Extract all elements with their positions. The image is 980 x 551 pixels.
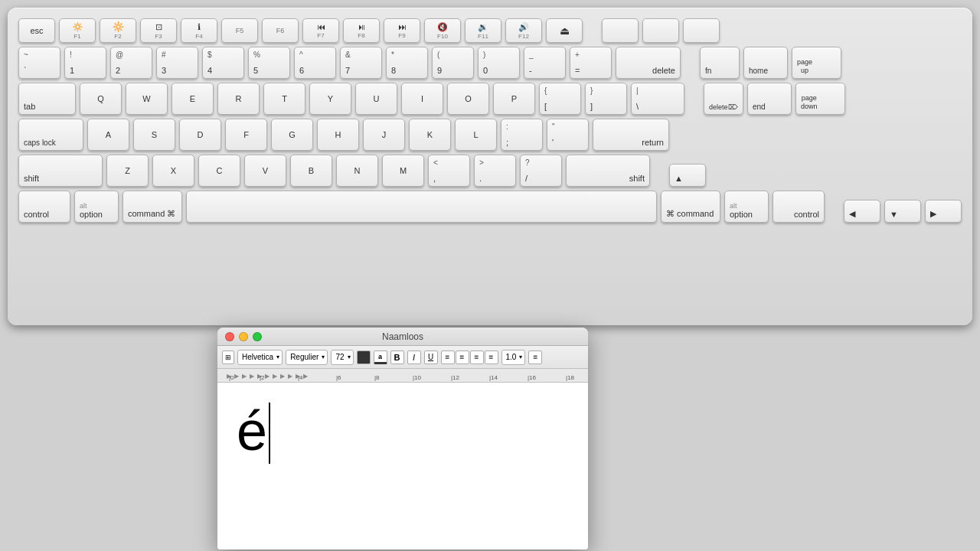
- key-control-right[interactable]: control: [773, 191, 825, 223]
- key-f2[interactable]: 🔆 F2: [100, 18, 136, 43]
- key-e[interactable]: E: [172, 83, 214, 115]
- key-option-right[interactable]: alt option: [724, 191, 769, 223]
- color-picker[interactable]: [357, 350, 371, 364]
- key-capslock[interactable]: caps lock: [18, 119, 83, 151]
- key-arrow-up[interactable]: ▲: [669, 164, 706, 187]
- underline-button[interactable]: U: [424, 350, 438, 364]
- key-7[interactable]: & 7: [340, 47, 382, 79]
- key-slash[interactable]: ? /: [520, 155, 562, 187]
- key-rbracket[interactable]: } ]: [585, 83, 627, 115]
- key-f1[interactable]: 🔅 F1: [59, 18, 96, 43]
- key-minus[interactable]: _ -: [524, 47, 566, 79]
- key-3[interactable]: # 3: [156, 47, 198, 79]
- key-w[interactable]: W: [126, 83, 168, 115]
- key-space[interactable]: [186, 191, 657, 223]
- key-eject[interactable]: ⏏: [546, 18, 583, 43]
- key-h[interactable]: H: [317, 119, 359, 151]
- key-f10[interactable]: 🔇 F10: [424, 18, 461, 43]
- align-left-button[interactable]: ≡: [441, 350, 455, 364]
- key-f13[interactable]: [602, 18, 639, 43]
- key-p[interactable]: P: [493, 83, 535, 115]
- key-f7[interactable]: ⏮ F7: [302, 18, 339, 43]
- key-command-left[interactable]: command ⌘: [122, 191, 182, 223]
- key-f[interactable]: F: [225, 119, 267, 151]
- key-tab[interactable]: tab: [18, 83, 76, 115]
- key-4[interactable]: $ 4: [202, 47, 244, 79]
- key-f3[interactable]: ⊡ F3: [140, 18, 177, 43]
- key-6[interactable]: ^ 6: [294, 47, 336, 79]
- key-b[interactable]: B: [290, 155, 332, 187]
- key-x[interactable]: X: [152, 155, 194, 187]
- style-selector-group[interactable]: Regulier ▾: [286, 350, 328, 365]
- key-period[interactable]: > .: [474, 155, 516, 187]
- key-q[interactable]: Q: [80, 83, 122, 115]
- key-quote[interactable]: " ': [547, 119, 589, 151]
- window-minimize-button[interactable]: [239, 332, 248, 341]
- key-control-left[interactable]: control: [18, 191, 70, 223]
- key-o[interactable]: O: [447, 83, 489, 115]
- key-8[interactable]: * 8: [386, 47, 428, 79]
- key-f4[interactable]: ℹ F4: [181, 18, 217, 43]
- key-s[interactable]: S: [133, 119, 175, 151]
- key-1[interactable]: ! 1: [64, 47, 106, 79]
- key-option-left[interactable]: alt option: [74, 191, 119, 223]
- key-fn[interactable]: fn: [700, 47, 740, 79]
- size-selector-group[interactable]: 72 ▾: [331, 350, 353, 365]
- key-arrow-down[interactable]: ▼: [884, 200, 921, 223]
- key-u[interactable]: U: [355, 83, 397, 115]
- key-comma[interactable]: < ,: [428, 155, 470, 187]
- key-t[interactable]: T: [263, 83, 305, 115]
- key-arrow-left[interactable]: ◀: [844, 200, 880, 223]
- key-f6[interactable]: F6: [262, 18, 299, 43]
- list-button[interactable]: ≡: [528, 350, 542, 364]
- key-f5[interactable]: F5: [221, 18, 258, 43]
- key-9[interactable]: ( 9: [432, 47, 474, 79]
- key-0[interactable]: ) 0: [478, 47, 520, 79]
- key-lbracket[interactable]: { [: [539, 83, 581, 115]
- key-equals[interactable]: + =: [570, 47, 612, 79]
- key-delete[interactable]: delete: [616, 47, 681, 79]
- key-c[interactable]: C: [198, 155, 240, 187]
- key-f15[interactable]: [683, 18, 720, 43]
- align-center-button[interactable]: ≡: [456, 350, 469, 364]
- key-lshift[interactable]: shift: [18, 155, 103, 187]
- align-justify-button[interactable]: ≡: [485, 350, 498, 364]
- key-pageup[interactable]: pageup: [792, 47, 841, 79]
- key-g[interactable]: G: [271, 119, 313, 151]
- italic-button[interactable]: I: [407, 350, 421, 364]
- align-right-button[interactable]: ≡: [470, 350, 484, 364]
- font-selector-group[interactable]: Helvetica ▾: [237, 350, 283, 365]
- key-delete-fw[interactable]: delete⌦: [704, 83, 743, 115]
- key-l[interactable]: L: [455, 119, 497, 151]
- key-z[interactable]: Z: [106, 155, 149, 187]
- key-v[interactable]: V: [244, 155, 286, 187]
- key-f8[interactable]: ⏯ F8: [343, 18, 380, 43]
- key-end[interactable]: end: [747, 83, 792, 115]
- key-5[interactable]: % 5: [248, 47, 290, 79]
- key-command-right[interactable]: ⌘ command: [661, 191, 720, 223]
- bold-button[interactable]: B: [390, 350, 404, 364]
- key-k[interactable]: K: [409, 119, 451, 151]
- key-rshift[interactable]: shift: [566, 155, 650, 187]
- key-backslash[interactable]: | \: [631, 83, 684, 115]
- key-r[interactable]: R: [217, 83, 260, 115]
- key-arrow-right[interactable]: ▶: [925, 200, 962, 223]
- key-2[interactable]: @ 2: [110, 47, 152, 79]
- window-close-button[interactable]: [225, 332, 234, 341]
- key-d[interactable]: D: [179, 119, 221, 151]
- font-color-button[interactable]: a: [374, 350, 387, 364]
- key-n[interactable]: N: [336, 155, 378, 187]
- key-f11[interactable]: 🔉 F11: [465, 18, 501, 43]
- window-maximize-button[interactable]: [253, 332, 262, 341]
- key-i[interactable]: I: [401, 83, 443, 115]
- key-j[interactable]: J: [363, 119, 405, 151]
- key-a[interactable]: A: [87, 119, 129, 151]
- key-pagedown[interactable]: pagedown: [795, 83, 845, 115]
- key-f14[interactable]: [642, 18, 679, 43]
- key-esc[interactable]: esc: [18, 18, 55, 43]
- key-y[interactable]: Y: [309, 83, 351, 115]
- format-button[interactable]: ⊞: [222, 350, 234, 364]
- key-home[interactable]: home: [743, 47, 788, 79]
- key-return[interactable]: return: [593, 119, 669, 151]
- key-m[interactable]: M: [382, 155, 424, 187]
